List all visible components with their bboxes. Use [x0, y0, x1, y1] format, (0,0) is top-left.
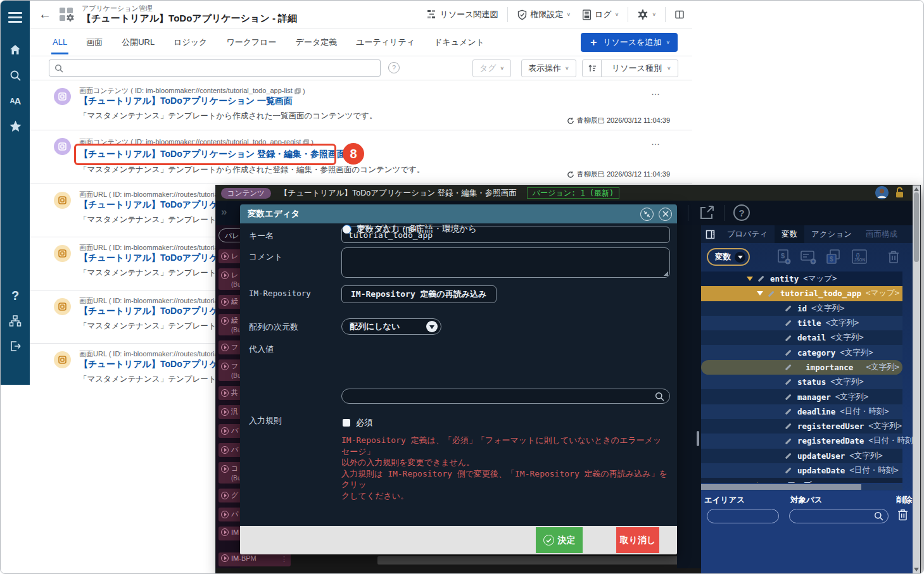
copy-variable-icon[interactable]: $ [825, 249, 842, 265]
scroll-thumb[interactable] [914, 192, 919, 262]
drag-grip-icon[interactable]: ⋮ [281, 555, 288, 563]
horizontal-scrollbar[interactable] [377, 556, 694, 565]
designer-help-icon[interactable]: ? [733, 204, 750, 221]
logout-icon[interactable] [1, 334, 30, 359]
cancel-button[interactable]: 取り消し [616, 527, 659, 553]
resource-tab[interactable]: 画面 [85, 29, 104, 56]
variable-tree-row[interactable]: updateDate <日付・時刻> [701, 463, 902, 478]
json-icon[interactable]: {}JSON [851, 249, 868, 265]
variable-scope-dropdown[interactable]: 変数 [707, 248, 750, 266]
panel-tab[interactable]: プロパティ [720, 225, 775, 243]
variable-tree-row[interactable]: status <文字列> [701, 375, 902, 389]
resource-tab[interactable]: ユーティリティ [355, 29, 416, 56]
resource-type-filter[interactable]: リソース種別 ∨ [582, 59, 678, 77]
resource-search[interactable] [49, 59, 381, 77]
list-item[interactable]: 画面コンテンツ ( ID: im-bloommaker://contents/t… [30, 80, 692, 130]
variable-tree-row[interactable]: deadline <日付・時刻> [701, 404, 902, 419]
variable-tree-row[interactable]: tutorial_todo_app <マップ> [701, 286, 902, 301]
comment-textarea[interactable] [341, 247, 670, 278]
scroll-up-arrow[interactable] [914, 187, 919, 191]
variable-tree-row[interactable]: <マップ> [701, 478, 902, 483]
designer-vertical-scrollbar[interactable] [913, 185, 920, 573]
copy-icon[interactable] [303, 139, 309, 146]
alias-input[interactable] [707, 509, 779, 523]
resource-tab[interactable]: ロジック [172, 29, 208, 56]
tree-arrow-icon[interactable] [757, 291, 763, 296]
collapse-dialog-icon[interactable] [640, 208, 654, 221]
resource-tab[interactable]: ドキュメント [433, 29, 486, 56]
item-menu-button[interactable]: … [651, 87, 661, 97]
relation-diagram-icon [427, 9, 437, 20]
sitemap-icon[interactable] [1, 308, 30, 334]
log-button[interactable]: ログ ∨ [579, 6, 621, 23]
resize-handle[interactable] [664, 271, 668, 276]
variable-tree-row[interactable]: id <文字列> [701, 301, 902, 316]
panel-tab[interactable]: 変数 [775, 225, 804, 243]
search-icon[interactable] [1, 63, 30, 88]
variable-tree-row[interactable]: registeredUser <文字列> [701, 419, 902, 434]
display-operation-button[interactable]: 表示操作 ∨ [521, 59, 576, 77]
collapse-palette-icon[interactable]: » [221, 206, 227, 218]
list-item[interactable]: 画面コンテンツ ( ID: im-bloommaker://contents/t… [30, 130, 692, 184]
resource-title-link[interactable]: 【チュートリアル】ToDoアプリケーション 一覧画面 [79, 96, 293, 107]
resource-tab[interactable]: 公開URL [120, 29, 156, 56]
resource-tab[interactable]: ワークフロー [225, 29, 277, 56]
variable-tree-row[interactable]: registeredDate <日付・時刻> [701, 434, 902, 448]
target-path-input[interactable] [789, 509, 889, 523]
scroll-down-arrow[interactable] [914, 568, 919, 571]
resource-tab[interactable]: データ定義 [294, 29, 339, 56]
resource-title-link[interactable]: 【チュートリアル】ToDoアプリケー [79, 199, 227, 211]
help-icon[interactable]: ? [1, 283, 30, 308]
resource-relation-button[interactable]: リソース関連図 [424, 6, 501, 23]
back-button[interactable]: ← [39, 7, 51, 22]
add-resource-button[interactable]: ＋ リソースを追加 ∨ [581, 33, 678, 52]
trash-icon[interactable] [886, 249, 901, 265]
variable-tree-row[interactable]: entity <マップ> [701, 271, 902, 286]
split-view-button[interactable] [672, 7, 687, 22]
item-menu-button[interactable]: … [651, 137, 661, 147]
delete-trash-icon[interactable] [897, 508, 909, 521]
search-input[interactable] [67, 63, 375, 73]
resource-title-link[interactable]: 【チュートリアル】ToDoアプリケーション 登録・編集・参照画面 [79, 149, 346, 160]
copy-icon[interactable] [294, 88, 301, 94]
add-card-icon[interactable] [800, 249, 818, 265]
tag-filter-button[interactable]: タグ ∨ [472, 59, 511, 77]
font-size-icon[interactable]: AA [1, 88, 30, 113]
variable-tree-row[interactable]: importance <文字列> [701, 360, 902, 375]
settings-gear-button[interactable]: ∨ [635, 6, 659, 23]
assign-radio-option[interactable]: 定数・入力・多言語・環境から [343, 223, 477, 235]
mini-scroll-thumb[interactable] [697, 431, 699, 446]
variable-tree-row[interactable]: detail <文字列> [701, 330, 902, 345]
open-external-icon[interactable] [699, 204, 715, 221]
menu-hamburger-button[interactable] [1, 6, 30, 28]
tree-horizontal-scrollbar[interactable] [701, 484, 902, 490]
panel-tab[interactable]: 画面構成 [859, 225, 904, 243]
permission-settings-button[interactable]: 権限設定 ∨ [514, 6, 574, 23]
favorites-star-icon[interactable] [1, 113, 30, 139]
array-dimension-select[interactable]: 配列にしない [341, 318, 441, 335]
unlock-icon[interactable] [894, 187, 905, 199]
resource-title-link[interactable]: 【チュートリアル】ToDoアプリケー [79, 253, 227, 264]
panel-tab[interactable]: アクション [804, 225, 859, 243]
assign-source-input[interactable] [341, 389, 670, 404]
variable-tree-row[interactable]: manager <文字列> [701, 389, 902, 404]
alias-header: エイリアス [704, 495, 745, 506]
variable-tree-row[interactable]: category <文字列> [701, 345, 902, 359]
required-checkbox[interactable]: 必須 [343, 417, 373, 428]
variable-tree-row[interactable]: updateUser <文字列> [701, 449, 902, 463]
resource-title-link[interactable]: 【チュートリアル】ToDoアプリケー [79, 359, 227, 370]
confirm-button[interactable]: 決定 [536, 527, 583, 553]
user-avatar[interactable] [875, 186, 889, 199]
add-variable-icon[interactable]: $ [776, 249, 792, 265]
dialog-header[interactable]: 変数エディタ [240, 204, 677, 223]
tree-arrow-icon[interactable] [747, 277, 753, 281]
resource-title-link[interactable]: 【チュートリアル】ToDoアプリケー [79, 306, 227, 317]
im-repository-reload-button[interactable]: IM-Repository 定義の再読み込み [341, 285, 497, 303]
resource-tab[interactable]: ALL [51, 30, 68, 54]
tree-arrow-icon[interactable] [757, 482, 761, 483]
search-help-icon[interactable]: ? [388, 62, 400, 73]
home-icon[interactable] [1, 37, 30, 63]
variable-tree-row[interactable]: title <文字列> [701, 316, 902, 330]
palette-item[interactable]: IM-BPM ⋮ [218, 552, 291, 566]
close-dialog-icon[interactable] [659, 208, 672, 221]
